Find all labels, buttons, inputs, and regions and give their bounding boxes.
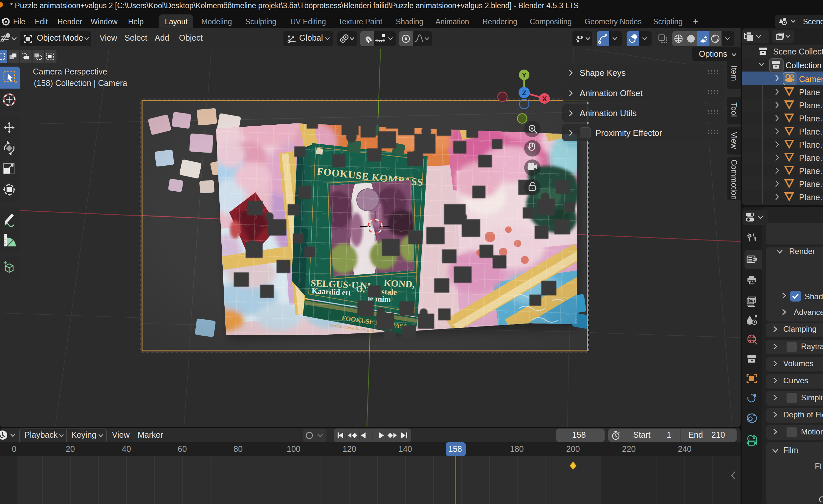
svg-text:Y: Y [522, 71, 526, 79]
svg-text:X: X [542, 95, 547, 102]
svg-text:Z: Z [522, 89, 526, 96]
